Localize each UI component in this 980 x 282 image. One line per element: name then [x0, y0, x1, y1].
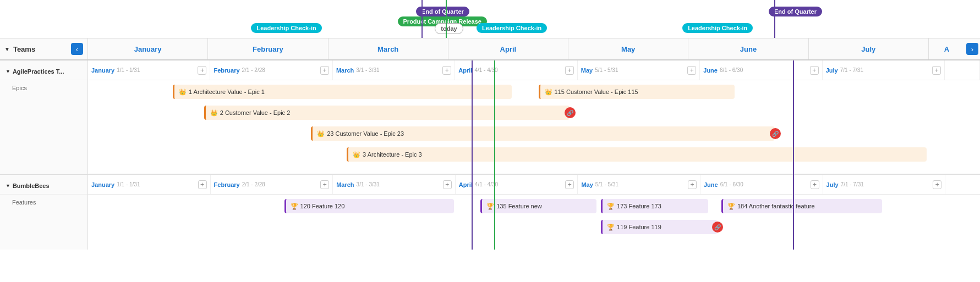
agile-jul-cell: July 7/1 - 7/31 + [823, 60, 945, 80]
feature-120-bar[interactable]: 🏆 120 Feature 120 [284, 199, 454, 213]
bees-feb-cell: February 2/1 - 2/28 + [211, 175, 333, 194]
epic-115-label: 115 Customer Value - Epic 115 [555, 89, 638, 95]
expand-bumblebees-icon: ▼ [6, 183, 10, 189]
bees-month-subheader: January 1/1 - 1/31 + February 2/1 - 2/28… [88, 175, 980, 195]
epic-3-label: 3 Architecture - Epic 3 [363, 151, 422, 158]
leadership-checkin-2-tag: Leadership Check-in [477, 23, 547, 33]
add-bees-apr-btn[interactable]: + [565, 180, 574, 189]
caret-icon: ▼ [4, 46, 10, 52]
add-bees-jun-btn[interactable]: + [811, 180, 819, 189]
epic-2-link-icon: 🔗 [565, 107, 576, 118]
sidebar-header: ▼ Teams ‹ [0, 38, 88, 59]
feature-135-label: 135 Feature new [496, 203, 542, 209]
today-tag: today [435, 23, 463, 34]
month-feb-header: February [208, 38, 328, 59]
agile-bars-spacer [0, 96, 87, 175]
epic-2-bar[interactable]: 👑 2 Customer Value - Epic 2 🔗 [204, 106, 570, 120]
timeline-container: Leadership Check-in End of Quarter Produ… [0, 0, 980, 282]
month-apr-header: April [448, 38, 568, 59]
sidebar: ▼ AgilePractices T... Epics ▼ BumbleBees… [0, 60, 88, 250]
bumblebees-team-name: BumbleBees [13, 183, 50, 189]
teams-label: Teams [13, 45, 35, 53]
epic-23-link-icon: 🔗 [770, 128, 781, 139]
bees-apr-cell: April 4/1 - 4/30 + [456, 175, 578, 194]
feature-120-label: 120 Feature 120 [300, 203, 345, 209]
bees-bars-area: 🏆 120 Feature 120 🏆 135 Feature new 🏆 17… [88, 195, 980, 250]
nav-next-button[interactable]: › [966, 43, 978, 55]
expand-agile-icon: ▼ [6, 69, 10, 74]
month-jan-header: January [88, 38, 208, 59]
feature-135-bar[interactable]: 🏆 135 Feature new [480, 199, 596, 213]
feature-173-bar[interactable]: 🏆 173 Feature 173 [601, 199, 708, 213]
feature-119-label: 119 Feature 119 [617, 224, 661, 230]
agile-feb-cell: February 2/1 - 2/28 + [210, 60, 332, 80]
add-bees-jan-btn[interactable]: + [198, 180, 207, 189]
add-agile-apr-btn[interactable]: + [565, 66, 574, 75]
month-may-header: May [568, 38, 688, 59]
nav-prev-button[interactable]: ‹ [71, 43, 83, 55]
add-agile-jan-btn[interactable]: + [198, 66, 206, 75]
bees-may-cell: May 5/1 - 5/31 + [578, 175, 700, 194]
feature-173-label: 173 Feature 173 [617, 203, 661, 209]
agile-month-subheader: January 1/1 - 1/31 + February 2/1 - 2/28… [88, 60, 980, 80]
add-bees-mar-btn[interactable]: + [443, 180, 452, 189]
bees-aug-stub [945, 175, 980, 194]
agile-apr-cell: April 4/1 - 4/30 + [455, 60, 577, 80]
epic-1-bar[interactable]: 👑 1 Architecture Value - Epic 1 [173, 85, 512, 99]
add-agile-feb-btn[interactable]: + [320, 66, 329, 75]
add-agile-jul-btn[interactable]: + [932, 66, 941, 75]
bees-jan-cell: January 1/1 - 1/31 + [88, 175, 211, 194]
month-mar-header: March [329, 38, 448, 59]
agile-bars-area: 👑 1 Architecture Value - Epic 1 👑 115 Cu… [88, 80, 980, 175]
months-header: January February March April May June Ju… [88, 38, 980, 59]
month-jul-header: July [809, 38, 929, 59]
bees-jul-cell: July 7/1 - 7/31 + [823, 175, 946, 194]
epic-23-label: 23 Customer Value - Epic 23 [327, 130, 404, 137]
agile-aug-stub [945, 60, 980, 80]
gantt-area: January 1/1 - 1/31 + February 2/1 - 2/28… [88, 60, 980, 250]
add-bees-jul-btn[interactable]: + [933, 180, 941, 189]
agile-may-cell: May 5/1 - 5/31 + [578, 60, 700, 80]
epic-2-label: 2 Customer Value - Epic 2 [220, 109, 291, 116]
feature-119-bar[interactable]: 🏆 119 Feature 119 🔗 [601, 220, 717, 234]
agile-jun-cell: June 6/1 - 6/30 + [700, 60, 822, 80]
leadership-checkin-1-tag: Leadership Check-in [251, 23, 321, 33]
agile-mar-cell: March 3/1 - 3/31 + [333, 60, 455, 80]
feature-184-label: 184 Another fantastic feature [737, 203, 815, 209]
add-bees-may-btn[interactable]: + [688, 180, 697, 189]
add-bees-feb-btn[interactable]: + [320, 180, 329, 189]
sidebar-team-agile[interactable]: ▼ AgilePractices T... [0, 60, 87, 80]
feature-119-link-icon: 🔗 [712, 222, 723, 233]
add-agile-may-btn[interactable]: + [687, 66, 696, 75]
epic-23-bar[interactable]: 👑 23 Customer Value - Epic 23 🔗 [311, 126, 775, 141]
epic-3-bar[interactable]: 👑 3 Architecture - Epic 3 [347, 147, 927, 162]
bees-mar-cell: March 3/1 - 3/31 + [333, 175, 456, 194]
feature-184-bar[interactable]: 🏆 184 Another fantastic feature [721, 199, 882, 213]
month-aug-header: A [929, 38, 965, 59]
agile-team-name: AgilePractices T... [13, 68, 64, 75]
month-jun-header: June [688, 38, 808, 59]
sidebar-features-label: Features [0, 195, 87, 210]
agile-jan-cell: January 1/1 - 1/31 + [88, 60, 210, 80]
epic-115-bar[interactable]: 👑 115 Customer Value - Epic 115 [539, 85, 735, 99]
main-content: ▼ AgilePractices T... Epics ▼ BumbleBees… [0, 60, 980, 250]
end-of-quarter-2-tag: End of Quarter [769, 7, 822, 16]
header-row: ▼ Teams ‹ January February March April M… [0, 38, 980, 60]
sidebar-team-bumblebees[interactable]: ▼ BumbleBees [0, 175, 87, 195]
leadership-checkin-3-tag: Leadership Check-in [682, 23, 753, 33]
bees-jun-cell: June 6/1 - 6/30 + [700, 175, 823, 194]
epic-1-label: 1 Architecture Value - Epic 1 [189, 89, 265, 95]
end-of-quarter-1-tag: End of Quarter [416, 7, 469, 16]
add-agile-mar-btn[interactable]: + [442, 66, 451, 75]
add-agile-jun-btn[interactable]: + [810, 66, 819, 75]
sidebar-epics-label: Epics [0, 80, 87, 96]
